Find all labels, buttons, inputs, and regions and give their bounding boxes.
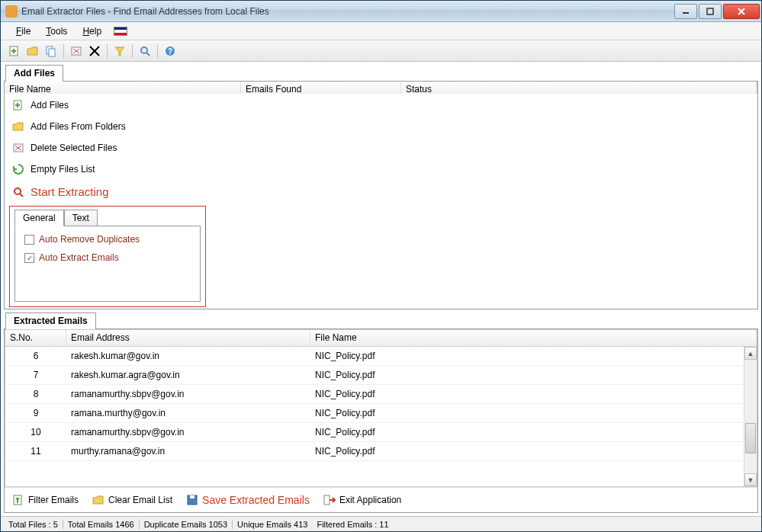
action-bar: Filter Emails Clear Email List Save Extr… — [5, 487, 757, 512]
delete-icon[interactable] — [69, 43, 84, 59]
recycle-icon — [12, 163, 24, 175]
separator — [63, 44, 64, 58]
minimize-button[interactable] — [674, 4, 697, 19]
scroll-thumb[interactable] — [745, 423, 756, 453]
sno: 6 — [5, 348, 66, 364]
extracted-section: Extracted Emails S.No. Email Address Fil… — [4, 312, 758, 513]
menu-tools[interactable]: Tools — [40, 24, 73, 38]
close-button[interactable] — [723, 4, 760, 19]
email: rakesh.kumar@gov.in — [66, 348, 310, 364]
col-file-name[interactable]: File Name — [5, 82, 241, 94]
window-title: Email Extractor Files - Find Email Addre… — [21, 6, 674, 17]
email: murthy.ramana@gov.in — [66, 444, 310, 459]
filter-icon[interactable] — [112, 43, 127, 59]
auto-remove-checkbox[interactable]: Auto Remove Duplicates — [24, 234, 191, 245]
file: NIC_Policy.pdf — [310, 386, 757, 402]
menu-help[interactable]: Help — [76, 24, 108, 38]
search-icon — [12, 186, 24, 198]
label: Clear Email List — [108, 495, 172, 505]
file: NIC_Policy.pdf — [310, 405, 757, 421]
tab-add-files[interactable]: Add Files — [5, 65, 63, 82]
email: rakesh.kumar.agra@gov.in — [66, 367, 310, 383]
col-emails-found[interactable]: Emails Found — [241, 82, 401, 94]
start-extracting-button[interactable]: Start Extracting — [9, 181, 206, 203]
col-file[interactable]: File Name — [310, 330, 757, 346]
content-area: Add Files File Name Emails Found Status … — [1, 62, 761, 516]
email: ramanamurthy.sbpv@gov.in — [66, 386, 310, 402]
titlebar[interactable]: Email Extractor Files - Find Email Addre… — [1, 1, 761, 22]
file: NIC_Policy.pdf — [310, 348, 757, 364]
clear-emails-button[interactable]: Clear Email List — [88, 492, 177, 508]
svg-line-38 — [20, 194, 23, 197]
sno: 7 — [5, 367, 66, 383]
menubar: File Tools Help — [1, 22, 761, 40]
add-folders-button[interactable]: Add Files From Folders — [9, 117, 206, 136]
separator — [157, 44, 158, 58]
tab-text[interactable]: Text — [64, 210, 98, 226]
add-file-icon[interactable] — [7, 43, 22, 59]
svg-rect-42 — [324, 495, 330, 505]
label: Empty Files List — [31, 164, 95, 175]
app-window: Email Extractor Files - Find Email Addre… — [0, 0, 762, 532]
checkbox-icon: ✓ — [24, 253, 34, 263]
delete-icon — [12, 142, 24, 154]
col-status[interactable]: Status — [401, 82, 757, 94]
tab-general[interactable]: General — [14, 210, 64, 226]
file: NIC_Policy.pdf — [310, 367, 757, 383]
filter-emails-button[interactable]: Filter Emails — [8, 492, 83, 508]
email-row[interactable]: 9ramana.murthy@gov.inNIC_Policy.pdf — [5, 404, 757, 423]
scrollbar[interactable]: ▲ ▼ — [744, 347, 757, 486]
svg-rect-1 — [707, 8, 713, 14]
language-flag-icon[interactable] — [114, 27, 127, 36]
scroll-up-icon[interactable]: ▲ — [744, 347, 757, 360]
options-frame: General Text Auto Remove Duplicates ✓ Au… — [9, 206, 206, 307]
email-row[interactable]: 11murthy.ramana@gov.inNIC_Policy.pdf — [5, 442, 757, 461]
email-row[interactable]: 8ramanamurthy.sbpv@gov.inNIC_Policy.pdf — [5, 385, 757, 404]
file: NIC_Policy.pdf — [310, 425, 757, 440]
sno: 10 — [5, 425, 66, 440]
files-table: File Name Emails Found Status P3.pptxTot… — [5, 82, 757, 94]
label: Auto Remove Duplicates — [39, 234, 140, 245]
svg-rect-41 — [190, 495, 195, 498]
search-icon[interactable] — [137, 43, 153, 59]
status-bar: Total Files : 5 Total Emails 1466 Duplic… — [1, 516, 761, 531]
col-email[interactable]: Email Address — [66, 330, 310, 346]
exit-button[interactable]: Exit Application — [319, 492, 406, 508]
add-file-icon — [12, 99, 24, 111]
email-row[interactable]: 10ramanamurthy.sbpv@gov.inNIC_Policy.pdf — [5, 423, 757, 442]
help-icon[interactable]: ? — [162, 43, 178, 59]
delete-files-button[interactable]: Delete Selected Files — [9, 138, 206, 158]
status-filtered-emails: Filtered Emails : 11 — [312, 520, 393, 529]
status-total-emails: Total Emails 1466 — [63, 520, 139, 529]
label: Save Extracted Emails — [202, 494, 310, 506]
separator — [107, 44, 108, 58]
add-files-button[interactable]: Add Files — [9, 95, 206, 115]
save-icon — [186, 494, 198, 506]
toolbar: ? — [1, 40, 761, 62]
status-total-files: Total Files : 5 — [4, 520, 63, 529]
copy-icon[interactable] — [43, 43, 59, 59]
save-emails-button[interactable]: Save Extracted Emails — [182, 492, 314, 508]
maximize-button[interactable] — [699, 4, 722, 19]
email-row[interactable]: 6rakesh.kumar@gov.inNIC_Policy.pdf — [5, 347, 757, 366]
scroll-down-icon[interactable]: ▼ — [744, 473, 757, 486]
col-sno[interactable]: S.No. — [5, 330, 66, 346]
checkbox-icon — [24, 235, 34, 245]
tab-extracted[interactable]: Extracted Emails — [5, 312, 96, 329]
menu-file[interactable]: File — [10, 24, 37, 38]
app-icon — [5, 5, 18, 18]
email-row[interactable]: 7rakesh.kumar.agra@gov.inNIC_Policy.pdf — [5, 366, 757, 385]
svg-point-14 — [141, 47, 147, 53]
sno: 9 — [5, 405, 66, 421]
clear-icon — [92, 494, 104, 506]
add-folder-icon[interactable] — [25, 43, 40, 59]
auto-extract-checkbox[interactable]: ✓ Auto Extract Emails — [24, 252, 191, 263]
label: Add Files From Folders — [31, 121, 126, 132]
remove-icon[interactable] — [87, 43, 102, 59]
label: Filter Emails — [28, 495, 79, 505]
email: ramana.murthy@gov.in — [66, 405, 310, 421]
email: ramanamurthy.sbpv@gov.in — [66, 425, 310, 440]
svg-line-15 — [146, 53, 150, 56]
label: Exit Application — [339, 495, 401, 505]
empty-list-button[interactable]: Empty Files List — [9, 159, 206, 179]
